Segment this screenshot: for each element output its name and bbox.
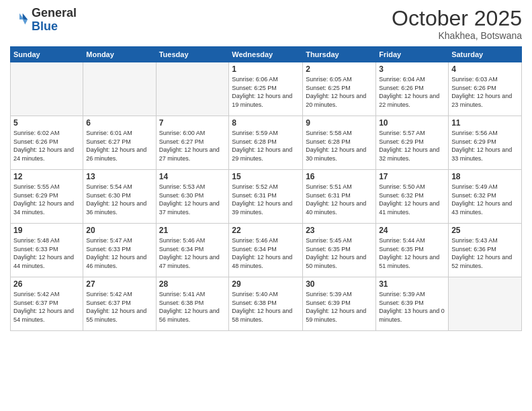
calendar-cell: 23Sunrise: 5:45 AMSunset: 6:35 PMDayligh… (303, 224, 376, 277)
logo-icon (10, 11, 29, 30)
calendar-week-2: 5Sunrise: 6:02 AMSunset: 6:26 PMDaylight… (11, 116, 522, 170)
day-info: Sunrise: 5:42 AMSunset: 6:37 PMDaylight:… (13, 290, 80, 324)
day-info: Sunrise: 5:55 AMSunset: 6:29 PMDaylight:… (13, 183, 80, 216)
svg-marker-0 (23, 13, 28, 19)
calendar-cell: 11Sunrise: 5:56 AMSunset: 6:29 PMDayligh… (449, 116, 522, 170)
logo: General Blue (10, 7, 77, 34)
header-monday: Monday (83, 47, 156, 62)
day-number: 15 (232, 172, 300, 181)
day-info: Sunrise: 6:06 AMSunset: 6:25 PMDaylight:… (232, 75, 300, 109)
calendar-cell: 6Sunrise: 6:01 AMSunset: 6:27 PMDaylight… (83, 116, 156, 170)
calendar-week-4: 19Sunrise: 5:48 AMSunset: 6:33 PMDayligh… (11, 224, 522, 277)
day-number: 14 (159, 172, 226, 181)
day-number: 26 (13, 279, 80, 289)
calendar-cell: 5Sunrise: 6:02 AMSunset: 6:26 PMDaylight… (11, 116, 83, 170)
calendar-cell: 25Sunrise: 5:43 AMSunset: 6:36 PMDayligh… (449, 224, 522, 277)
calendar-cell: 7Sunrise: 6:00 AMSunset: 6:27 PMDaylight… (156, 116, 229, 170)
day-info: Sunrise: 5:46 AMSunset: 6:34 PMDaylight:… (232, 236, 300, 270)
calendar-cell: 3Sunrise: 6:04 AMSunset: 6:26 PMDaylight… (376, 62, 449, 116)
day-number: 28 (159, 279, 226, 289)
title-block: October 2025 Khakhea, Botswana (392, 7, 522, 41)
calendar-cell (11, 62, 83, 116)
calendar-week-3: 12Sunrise: 5:55 AMSunset: 6:29 PMDayligh… (11, 170, 522, 224)
calendar-week-5: 26Sunrise: 5:42 AMSunset: 6:37 PMDayligh… (11, 277, 522, 331)
day-number: 10 (379, 118, 445, 128)
day-number: 13 (86, 172, 152, 181)
page: General Blue October 2025 Khakhea, Botsw… (0, 0, 532, 411)
day-info: Sunrise: 6:00 AMSunset: 6:27 PMDaylight:… (159, 129, 226, 163)
day-number: 3 (379, 64, 445, 74)
calendar-cell: 4Sunrise: 6:03 AMSunset: 6:26 PMDaylight… (449, 62, 522, 116)
calendar-cell: 31Sunrise: 5:39 AMSunset: 6:39 PMDayligh… (376, 277, 449, 331)
day-info: Sunrise: 5:54 AMSunset: 6:30 PMDaylight:… (86, 183, 152, 216)
header-friday: Friday (376, 47, 449, 62)
day-info: Sunrise: 5:56 AMSunset: 6:29 PMDaylight:… (451, 129, 519, 163)
calendar-cell: 1Sunrise: 6:06 AMSunset: 6:25 PMDaylight… (229, 62, 303, 116)
header-thursday: Thursday (303, 47, 376, 62)
day-number: 8 (232, 118, 300, 128)
day-info: Sunrise: 5:46 AMSunset: 6:34 PMDaylight:… (159, 236, 226, 270)
calendar-cell: 20Sunrise: 5:47 AMSunset: 6:33 PMDayligh… (83, 224, 156, 277)
day-number: 12 (13, 172, 80, 181)
calendar-cell: 13Sunrise: 5:54 AMSunset: 6:30 PMDayligh… (83, 170, 156, 224)
day-info: Sunrise: 5:50 AMSunset: 6:32 PMDaylight:… (379, 183, 445, 216)
header-tuesday: Tuesday (156, 47, 229, 62)
day-number: 9 (306, 118, 373, 128)
day-info: Sunrise: 6:03 AMSunset: 6:26 PMDaylight:… (451, 75, 519, 109)
day-number: 4 (451, 64, 519, 74)
calendar-table: Sunday Monday Tuesday Wednesday Thursday… (10, 46, 522, 331)
day-info: Sunrise: 5:42 AMSunset: 6:37 PMDaylight:… (86, 290, 152, 324)
day-info: Sunrise: 5:59 AMSunset: 6:28 PMDaylight:… (232, 129, 300, 163)
day-info: Sunrise: 5:45 AMSunset: 6:35 PMDaylight:… (306, 236, 373, 270)
day-number: 23 (306, 226, 373, 235)
calendar-cell: 17Sunrise: 5:50 AMSunset: 6:32 PMDayligh… (376, 170, 449, 224)
day-number: 7 (159, 118, 226, 128)
day-info: Sunrise: 5:43 AMSunset: 6:36 PMDaylight:… (451, 236, 519, 270)
day-info: Sunrise: 5:44 AMSunset: 6:35 PMDaylight:… (379, 236, 445, 270)
calendar-cell: 15Sunrise: 5:52 AMSunset: 6:31 PMDayligh… (229, 170, 303, 224)
day-number: 16 (306, 172, 373, 181)
calendar-cell: 12Sunrise: 5:55 AMSunset: 6:29 PMDayligh… (11, 170, 83, 224)
calendar-cell: 29Sunrise: 5:40 AMSunset: 6:38 PMDayligh… (229, 277, 303, 331)
day-info: Sunrise: 5:39 AMSunset: 6:39 PMDaylight:… (379, 290, 445, 324)
calendar-cell: 18Sunrise: 5:49 AMSunset: 6:32 PMDayligh… (449, 170, 522, 224)
day-info: Sunrise: 5:49 AMSunset: 6:32 PMDaylight:… (451, 183, 519, 216)
day-number: 11 (451, 118, 519, 128)
calendar-cell: 10Sunrise: 5:57 AMSunset: 6:29 PMDayligh… (376, 116, 449, 170)
calendar-cell (156, 62, 229, 116)
calendar-cell: 2Sunrise: 6:05 AMSunset: 6:25 PMDaylight… (303, 62, 376, 116)
day-info: Sunrise: 5:48 AMSunset: 6:33 PMDaylight:… (13, 236, 80, 270)
calendar-cell: 26Sunrise: 5:42 AMSunset: 6:37 PMDayligh… (11, 277, 83, 331)
calendar-cell: 14Sunrise: 5:53 AMSunset: 6:30 PMDayligh… (156, 170, 229, 224)
day-info: Sunrise: 5:57 AMSunset: 6:29 PMDaylight:… (379, 129, 445, 163)
day-number: 30 (306, 279, 373, 289)
calendar-cell: 16Sunrise: 5:51 AMSunset: 6:31 PMDayligh… (303, 170, 376, 224)
header-sunday: Sunday (11, 47, 83, 62)
logo-text: General Blue (32, 7, 77, 34)
calendar-header-row: Sunday Monday Tuesday Wednesday Thursday… (11, 47, 522, 62)
calendar-cell: 28Sunrise: 5:41 AMSunset: 6:38 PMDayligh… (156, 277, 229, 331)
day-number: 29 (232, 279, 300, 289)
day-info: Sunrise: 5:41 AMSunset: 6:38 PMDaylight:… (159, 290, 226, 324)
calendar-cell: 27Sunrise: 5:42 AMSunset: 6:37 PMDayligh… (83, 277, 156, 331)
day-info: Sunrise: 5:58 AMSunset: 6:28 PMDaylight:… (306, 129, 373, 163)
calendar-cell: 19Sunrise: 5:48 AMSunset: 6:33 PMDayligh… (11, 224, 83, 277)
day-number: 21 (159, 226, 226, 235)
calendar-cell: 8Sunrise: 5:59 AMSunset: 6:28 PMDaylight… (229, 116, 303, 170)
day-number: 2 (306, 64, 373, 74)
calendar-cell: 30Sunrise: 5:39 AMSunset: 6:39 PMDayligh… (303, 277, 376, 331)
day-info: Sunrise: 5:51 AMSunset: 6:31 PMDaylight:… (306, 183, 373, 216)
day-number: 17 (379, 172, 445, 181)
header-wednesday: Wednesday (229, 47, 303, 62)
calendar-cell: 24Sunrise: 5:44 AMSunset: 6:35 PMDayligh… (376, 224, 449, 277)
day-info: Sunrise: 5:39 AMSunset: 6:39 PMDaylight:… (306, 290, 373, 324)
svg-marker-1 (23, 19, 28, 24)
calendar-cell (83, 62, 156, 116)
day-number: 19 (13, 226, 80, 235)
day-number: 20 (86, 226, 152, 235)
day-number: 5 (13, 118, 80, 128)
calendar-cell: 9Sunrise: 5:58 AMSunset: 6:28 PMDaylight… (303, 116, 376, 170)
day-number: 31 (379, 279, 445, 289)
calendar-cell: 22Sunrise: 5:46 AMSunset: 6:34 PMDayligh… (229, 224, 303, 277)
logo-general: General (32, 6, 77, 19)
